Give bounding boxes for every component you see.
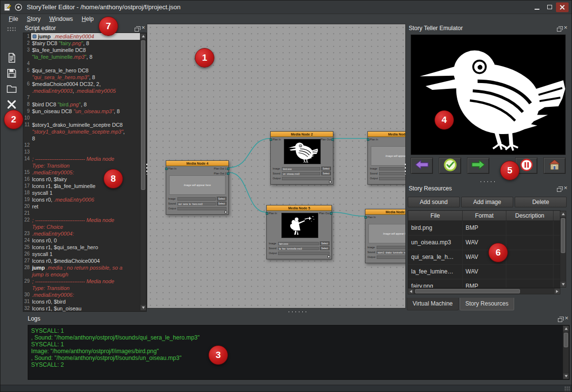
delete-button[interactable]: Delete — [515, 197, 567, 207]
select-button[interactable]: Select — [217, 202, 226, 205]
logs-float-button[interactable] — [558, 317, 562, 323]
input-port[interactable] — [266, 212, 268, 215]
select-button[interactable]: Select — [321, 171, 331, 175]
emulator-float-button[interactable] — [557, 27, 561, 33]
field-value[interactable]: la_fee_luminelle.mp3 — [278, 247, 319, 250]
table-row[interactable]: fairy.pngBMP — [408, 279, 560, 288]
scrollbar-thumb[interactable] — [561, 218, 565, 253]
select-button[interactable]: Select — [320, 241, 329, 245]
scroll-up-arrow[interactable] — [560, 211, 566, 217]
maximize-button[interactable] — [543, 2, 556, 12]
media-node[interactable]: Media Node 6Plan InImage will appear her… — [365, 209, 406, 263]
scroll-left-arrow[interactable] — [408, 289, 414, 294]
field-value[interactable] — [379, 172, 406, 175]
media-node[interactable]: Media Node 2Plan InPlan Out Imagebird.pn… — [270, 131, 333, 185]
add-image-button[interactable]: Add image — [461, 197, 513, 207]
script-editor-float-button[interactable] — [135, 27, 139, 33]
field-value[interactable]: un_oiseau.mp3 — [282, 172, 320, 175]
tab-story-resources[interactable]: Story Resources — [460, 298, 515, 310]
script-editor-close-button[interactable]: × — [141, 25, 145, 31]
select-button[interactable]: Select — [320, 246, 329, 250]
menu-item-help[interactable]: Help — [77, 15, 98, 24]
field-value[interactable] — [177, 197, 216, 201]
new-script-button[interactable] — [4, 52, 19, 66]
node-checkbox[interactable] — [329, 181, 331, 183]
input-port[interactable] — [367, 138, 369, 141]
close-button[interactable] — [556, 2, 569, 12]
field-value[interactable]: qui_sera_le_hero.mp3 — [177, 202, 216, 205]
field-label: Output — [370, 177, 378, 180]
input-port[interactable] — [270, 138, 272, 141]
table-row[interactable]: la_fee_lumine…WAV — [408, 265, 560, 279]
output-port[interactable] — [331, 138, 334, 141]
minimize-button[interactable] — [531, 2, 543, 12]
scroll-up-arrow[interactable] — [140, 34, 146, 39]
validate-button[interactable] — [439, 157, 461, 174]
splitter-handle[interactable] — [287, 311, 307, 313]
input-port[interactable] — [364, 216, 367, 219]
scrollbar-thumb[interactable] — [564, 333, 568, 347]
tab-virtual-machine[interactable]: Virtual Machine — [407, 298, 459, 310]
input-port[interactable] — [165, 168, 168, 170]
scroll-down-arrow[interactable] — [140, 305, 146, 310]
table-scrollbar-vertical[interactable] — [560, 211, 566, 288]
menu-item-windows[interactable]: Windows — [45, 15, 77, 24]
resources-float-button[interactable] — [557, 187, 561, 193]
resources-close-button[interactable]: × — [564, 185, 568, 191]
emulator-screen — [411, 34, 566, 155]
splitter-handle[interactable] — [404, 163, 406, 174]
logs-close-button[interactable]: × — [565, 315, 569, 321]
script-editor[interactable]: 1jump .mediaEntry00042$fairy DC8 "fairy.… — [23, 33, 147, 312]
scroll-right-arrow[interactable] — [555, 289, 560, 294]
open-button[interactable] — [4, 83, 19, 97]
logs-scrollbar[interactable] — [563, 325, 569, 379]
emulator-close-button[interactable]: × — [564, 25, 568, 31]
menu-item-story[interactable]: Story — [22, 15, 45, 24]
field-value[interactable] — [282, 177, 331, 180]
field-value[interactable]: story1_drako_luminelle_sceptre.mp3 — [377, 251, 406, 254]
field-value[interactable] — [377, 256, 406, 259]
menu-item-file[interactable]: File — [4, 15, 22, 24]
select-button[interactable]: Select — [217, 197, 226, 201]
code-line: 25lcons r1, $qui_sera_le_hero — [23, 244, 146, 251]
previous-button[interactable] — [411, 157, 433, 174]
scrollbar-thumb[interactable] — [415, 289, 520, 293]
table-cell — [506, 236, 554, 250]
code-line: 1jump .mediaEntry0004 — [23, 33, 146, 40]
table-row[interactable]: un_oiseau.mp3WAV — [408, 236, 560, 250]
table-row[interactable]: qui_sera_le_h…WAV — [408, 250, 560, 265]
field-value[interactable] — [377, 246, 406, 249]
table-row[interactable]: bird.pngBMP — [408, 221, 560, 236]
node-canvas[interactable]: Media Node 4Plan InPlan Out 1Plan Out 2I… — [147, 24, 406, 308]
home-button[interactable] — [543, 157, 566, 174]
next-button[interactable] — [467, 157, 489, 174]
splitter-handle[interactable] — [146, 163, 148, 174]
output-port[interactable] — [227, 168, 229, 170]
field-value[interactable] — [379, 167, 406, 170]
output-port[interactable] — [227, 172, 229, 175]
resize-grip[interactable] — [564, 386, 570, 391]
media-node[interactable]: Media Node 3Plan InImage will appear her… — [367, 131, 406, 185]
field-value[interactable] — [177, 207, 226, 210]
add-sound-button[interactable]: Add sound — [408, 197, 460, 207]
scrollbar-thumb[interactable] — [141, 40, 145, 190]
select-button[interactable]: Select — [321, 167, 331, 170]
field-value[interactable]: fairy.png — [278, 242, 319, 245]
resource-table[interactable]: FileFormatDescription bird.pngBMPun_oise… — [408, 210, 560, 288]
save-button[interactable] — [4, 68, 19, 81]
line-number: 32 — [23, 305, 31, 312]
media-node[interactable]: Media Node 5Plan InPlan Out Imagefairy.p… — [266, 205, 332, 259]
node-checkbox[interactable] — [328, 256, 330, 258]
field-value[interactable] — [379, 177, 406, 180]
field-value[interactable] — [278, 252, 329, 255]
field-value[interactable]: bird.png — [282, 167, 320, 170]
scroll-up-arrow[interactable] — [563, 326, 569, 331]
media-node[interactable]: Media Node 4Plan InPlan Out 1Plan Out 2I… — [166, 160, 229, 215]
output-port[interactable] — [330, 212, 332, 215]
scroll-down-arrow[interactable] — [560, 282, 566, 287]
scroll-down-arrow[interactable] — [563, 374, 569, 379]
toolbar-handle[interactable] — [7, 27, 16, 32]
table-scrollbar-horizontal[interactable] — [408, 288, 560, 294]
splitter-handle[interactable] — [479, 181, 496, 183]
node-checkbox[interactable] — [225, 211, 227, 213]
